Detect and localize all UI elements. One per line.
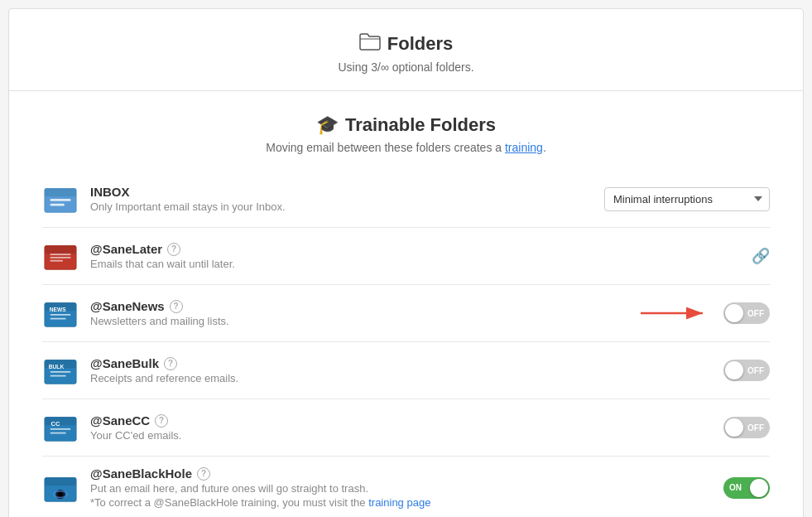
header-section: Folders Using 3/∞ optional folders. xyxy=(9,9,803,91)
sanebulk-folder-action: OFF xyxy=(723,360,770,381)
svg-rect-26 xyxy=(50,432,66,434)
svg-text:CC: CC xyxy=(51,420,60,428)
sanebulk-folder-desc: Receipts and reference emails. xyxy=(90,372,723,384)
folder-list: INBOX Only Important email stays in your… xyxy=(9,171,803,517)
sanenews-folder-desc: Newsletters and mailing lists. xyxy=(90,315,641,327)
folder-row-saneblackhole: @SaneBlackHole ? Put an email here, and … xyxy=(42,457,770,517)
saneblackhole-folder-icon xyxy=(42,470,79,506)
svg-rect-4 xyxy=(50,204,65,206)
sanelater-help-icon[interactable]: ? xyxy=(167,243,180,256)
folder-icon xyxy=(359,32,381,56)
trainable-subtitle: Moving email between these folders creat… xyxy=(26,141,786,154)
inbox-folder-desc: Only Important email stays in your Inbox… xyxy=(90,201,604,213)
svg-rect-23 xyxy=(45,418,76,426)
sanenews-folder-info: @SaneNews ? Newsletters and mailing list… xyxy=(90,299,641,327)
sanebulk-folder-name: @SaneBulk ? xyxy=(90,356,723,370)
folder-row-sanelater: @SaneLater ? Emails that can wait until … xyxy=(42,228,770,285)
sanelater-folder-desc: Emails that can wait until later. xyxy=(90,258,752,270)
sanebulk-toggle-label: OFF xyxy=(747,366,764,375)
paperclip-icon[interactable]: 🔗 xyxy=(752,247,770,265)
sanecc-folder-icon: CC xyxy=(42,409,79,446)
sanenews-folder-name: @SaneNews ? xyxy=(90,299,641,313)
sanelater-folder-info: @SaneLater ? Emails that can wait until … xyxy=(90,242,752,270)
sanelater-folder-action: 🔗 xyxy=(752,247,770,265)
sanebulk-help-icon[interactable]: ? xyxy=(164,357,177,370)
folder-row-inbox: INBOX Only Important email stays in your… xyxy=(42,171,770,228)
folder-row-sanebulk: BULK @SaneBulk ? Receipts and reference … xyxy=(42,342,770,399)
svg-rect-25 xyxy=(50,428,71,430)
sanecc-folder-desc: Your CC'ed emails. xyxy=(90,429,723,442)
svg-rect-13 xyxy=(50,314,71,316)
sanenews-folder-icon: NEWS xyxy=(42,295,79,331)
red-arrow-indicator xyxy=(641,302,715,325)
folder-row-sanecc: CC @SaneCC ? Your CC'ed emails. OFF xyxy=(42,399,770,457)
svg-rect-21 xyxy=(50,375,66,377)
svg-rect-28 xyxy=(45,477,76,486)
inbox-dropdown[interactable]: Minimal interruptions All mail Important… xyxy=(604,187,770,211)
sanebulk-folder-icon: BULK xyxy=(42,352,79,389)
mortarboard-icon: 🎓 xyxy=(316,114,339,136)
inbox-folder-info: INBOX Only Important email stays in your… xyxy=(90,185,604,213)
saneblackhole-folder-name: @SaneBlackHole ? xyxy=(90,466,723,481)
svg-text:NEWS: NEWS xyxy=(50,307,67,312)
saneblackhole-toggle-label: ON xyxy=(729,483,742,492)
svg-rect-20 xyxy=(50,371,71,373)
trainable-section: 🎓 Trainable Folders Moving email between… xyxy=(9,91,803,171)
svg-rect-3 xyxy=(50,199,71,201)
inbox-folder-action: Minimal interruptions All mail Important… xyxy=(604,187,770,211)
training-page-link[interactable]: training page xyxy=(368,496,430,509)
inbox-folder-name: INBOX xyxy=(90,185,604,199)
saneblackhole-folder-action: ON xyxy=(723,477,770,499)
sanecc-toggle[interactable]: OFF xyxy=(723,417,770,438)
training-link[interactable]: training xyxy=(505,141,543,154)
svg-rect-6 xyxy=(45,246,76,254)
header-subtitle: Using 3/∞ optional folders. xyxy=(26,60,786,74)
svg-point-30 xyxy=(58,491,63,496)
saneblackhole-folder-info: @SaneBlackHole ? Put an email here, and … xyxy=(90,466,723,509)
sanebulk-folder-info: @SaneBulk ? Receipts and reference email… xyxy=(90,356,723,384)
sanenews-toggle-label: OFF xyxy=(747,309,764,318)
sanenews-help-icon[interactable]: ? xyxy=(170,300,183,313)
svg-text:BULK: BULK xyxy=(49,364,65,370)
page-title: Folders xyxy=(26,32,786,56)
inbox-folder-icon xyxy=(42,181,79,217)
sanecc-folder-name: @SaneCC ? xyxy=(90,413,723,428)
sanecc-folder-action: OFF xyxy=(723,417,770,438)
main-container: Folders Using 3/∞ optional folders. 🎓 Tr… xyxy=(8,8,804,517)
sanecc-folder-info: @SaneCC ? Your CC'ed emails. xyxy=(90,413,723,442)
saneblackhole-help-icon[interactable]: ? xyxy=(197,467,210,481)
saneblackhole-folder-desc2: *To correct a @SaneBlackHole training, y… xyxy=(90,496,723,509)
saneblackhole-folder-desc: Put an email here, and future ones will … xyxy=(90,482,723,495)
svg-rect-2 xyxy=(45,189,76,197)
svg-rect-14 xyxy=(50,318,66,320)
folder-row-sanenews: NEWS @SaneNews ? Newsletters and mailing… xyxy=(42,285,770,342)
sanelater-folder-name: @SaneLater ? xyxy=(90,242,752,256)
sanecc-help-icon[interactable]: ? xyxy=(155,414,168,428)
sanenews-folder-action[interactable]: OFF xyxy=(641,302,770,325)
trainable-title: 🎓 Trainable Folders xyxy=(26,114,786,136)
sanebulk-toggle[interactable]: OFF xyxy=(723,360,770,381)
saneblackhole-toggle[interactable]: ON xyxy=(723,477,770,499)
sanelater-folder-icon xyxy=(42,238,79,274)
sanecc-toggle-label: OFF xyxy=(747,423,764,432)
sanenews-toggle[interactable]: OFF xyxy=(723,302,770,324)
